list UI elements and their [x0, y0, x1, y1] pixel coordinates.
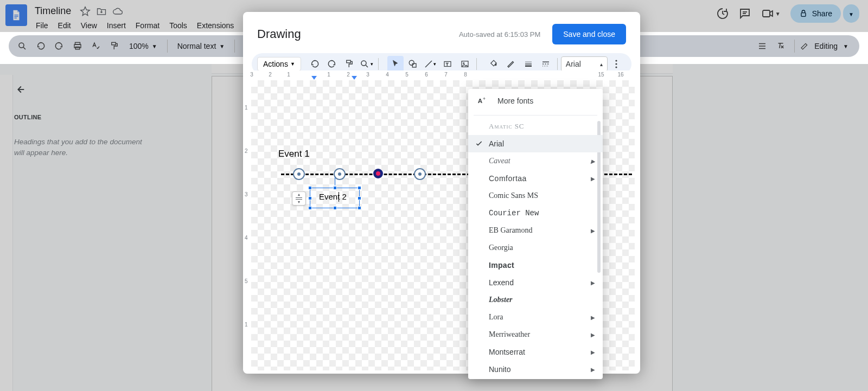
save-and-close-button[interactable]: Save and close [552, 24, 626, 44]
style-select[interactable]: Normal text▼ [173, 42, 229, 50]
print-icon[interactable] [69, 38, 86, 54]
resize-handle[interactable] [308, 206, 312, 210]
rotate-handle[interactable] [335, 177, 335, 185]
paint-format-icon[interactable] [106, 38, 123, 54]
star-icon[interactable] [80, 6, 91, 17]
border-weight-icon[interactable] [520, 56, 537, 72]
resize-handle[interactable] [358, 186, 361, 190]
font-option-lexend[interactable]: Lexend▶ [468, 274, 603, 291]
font-family-select[interactable]: Arial ▴ [561, 56, 608, 72]
move-to-drive-icon[interactable] [96, 6, 107, 17]
undo-icon[interactable] [307, 56, 323, 72]
docs-logo[interactable] [5, 4, 27, 26]
submenu-arrow-icon: ▶ [591, 315, 595, 321]
resize-handle[interactable] [358, 196, 361, 200]
font-option-montserrat[interactable]: Montserrat▶ [468, 343, 603, 361]
cloud-status-icon[interactable] [112, 6, 123, 17]
font-option-nunito[interactable]: Nunito▶ [468, 361, 603, 378]
font-option-amatic-sc[interactable]: Amatic SC [468, 118, 603, 135]
timeline-node[interactable] [414, 168, 426, 180]
share-button[interactable]: Share [790, 4, 841, 23]
outline-back-icon[interactable] [14, 84, 188, 98]
selected-textbox[interactable]: Event 2 [310, 188, 360, 208]
zoom-select[interactable]: 100%▼ [125, 42, 162, 50]
clear-formatting-icon[interactable] [773, 38, 789, 54]
font-option-merriweather[interactable]: Merriweather▶ [468, 326, 603, 343]
undo-icon[interactable] [33, 38, 49, 54]
ruler-tick: 2 [245, 148, 248, 154]
svg-text:+: + [483, 96, 486, 101]
shape-tool-icon[interactable] [405, 56, 421, 72]
indent-marker[interactable] [352, 76, 357, 80]
search-icon[interactable] [14, 38, 30, 54]
submenu-arrow-icon: ▶ [591, 228, 595, 234]
check-icon [475, 139, 483, 148]
svg-point-37 [615, 66, 617, 68]
indent-marker[interactable] [311, 76, 317, 80]
resize-handle[interactable] [333, 186, 337, 190]
zoom-icon[interactable]: ▾ [359, 56, 375, 72]
autofit-handle[interactable]: ▴▾ [292, 191, 306, 206]
svg-rect-2 [14, 18, 17, 18]
font-option-impact[interactable]: Impact [468, 257, 603, 274]
resize-handle[interactable] [308, 186, 312, 190]
select-tool-icon[interactable] [387, 56, 404, 72]
font-option-lobster[interactable]: Lobster [468, 291, 603, 309]
meet-button[interactable]: ▼ [761, 7, 781, 20]
timeline-node[interactable] [293, 168, 305, 180]
redo-icon[interactable] [324, 56, 340, 72]
resize-handle[interactable] [333, 206, 337, 210]
submenu-arrow-icon: ▶ [591, 280, 595, 286]
font-option-caveat[interactable]: Caveat▶ [468, 152, 603, 170]
menu-insert[interactable]: Insert [103, 19, 130, 32]
menu-view[interactable]: View [76, 19, 101, 32]
image-tool-icon[interactable] [457, 56, 473, 72]
timeline-node[interactable] [334, 168, 346, 180]
editing-mode[interactable]: Editing ▼ [800, 42, 854, 50]
ruler-tick: 4 [386, 72, 389, 78]
ruler-tick: 15 [598, 72, 604, 78]
menu-file[interactable]: File [31, 19, 53, 32]
font-family-dropdown: A+ More fonts Amatic SCArialCaveat▶Comfo… [468, 89, 603, 379]
font-option-comic-sans-ms[interactable]: Comic Sans MS [468, 187, 603, 204]
ruler-tick: 2 [347, 72, 350, 78]
svg-rect-5 [763, 10, 770, 17]
menu-edit[interactable]: Edit [54, 19, 75, 32]
event2-text[interactable]: Event 2 [319, 192, 347, 201]
add-font-icon: A+ [477, 95, 488, 106]
align-icon[interactable] [754, 38, 770, 54]
more-options-icon[interactable] [611, 56, 622, 72]
fill-color-icon[interactable] [486, 56, 502, 72]
resize-handle[interactable] [308, 196, 312, 200]
font-list[interactable]: Amatic SCArialCaveat▶Comfortaa▶Comic San… [468, 118, 603, 379]
menu-tools[interactable]: Tools [165, 19, 192, 32]
timeline-node-highlighted[interactable] [373, 169, 383, 178]
font-option-georgia[interactable]: Georgia [468, 239, 603, 257]
border-color-icon[interactable] [503, 56, 519, 72]
history-icon[interactable] [716, 7, 729, 20]
actions-menu[interactable]: Actions▼ [257, 57, 301, 71]
font-option-arial[interactable]: Arial [468, 135, 603, 152]
svg-rect-23 [412, 63, 416, 67]
textbox-tool-icon[interactable]: T [439, 56, 456, 72]
ruler-tick: 8 [464, 72, 467, 78]
font-option-comfortaa[interactable]: Comfortaa▶ [468, 170, 603, 187]
document-title[interactable]: Timeline [31, 4, 74, 18]
border-dash-icon[interactable] [538, 56, 554, 72]
paint-format-icon[interactable] [341, 56, 358, 72]
redo-icon[interactable] [51, 38, 67, 54]
spellcheck-icon[interactable] [88, 38, 104, 54]
resize-handle[interactable] [358, 206, 361, 210]
ruler-tick: 1 [287, 72, 290, 78]
comments-icon[interactable] [738, 7, 751, 20]
menu-extensions[interactable]: Extensions [193, 19, 238, 32]
ruler-tick: 7 [444, 72, 448, 78]
line-tool-icon[interactable]: ▾ [422, 56, 438, 72]
event1-label[interactable]: Event 1 [278, 149, 310, 159]
share-dropdown[interactable]: ▼ [843, 4, 859, 23]
font-option-courier-new[interactable]: Courier New [468, 204, 603, 222]
font-option-lora[interactable]: Lora▶ [468, 309, 603, 326]
more-fonts-item[interactable]: A+ More fonts [468, 89, 603, 113]
font-option-eb-garamond[interactable]: EB Garamond▶ [468, 222, 603, 239]
menu-format[interactable]: Format [131, 19, 164, 32]
